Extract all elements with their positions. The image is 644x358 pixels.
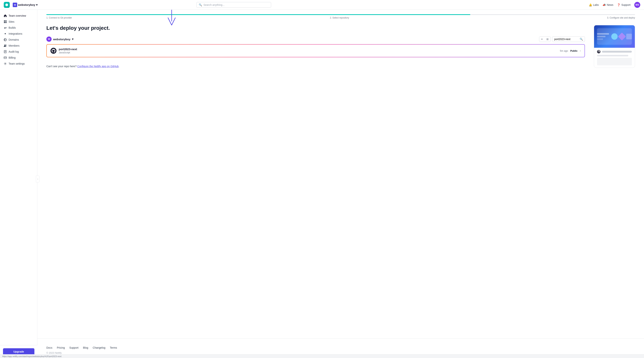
svg-rect-3 — [6, 22, 6, 23]
step-2-label: 2. Select repository — [330, 17, 349, 19]
footer-terms[interactable]: Terms — [110, 346, 117, 349]
sidebar-item-domains[interactable]: Domains — [0, 37, 37, 43]
billing-icon — [4, 56, 7, 59]
step-3-label: 3. Configure site and deploy — [607, 17, 635, 19]
svg-point-6 — [4, 45, 6, 46]
footer-changelog[interactable]: Changelog — [93, 346, 106, 349]
statusbar: https://app.netlify.com/start/repos/webs… — [0, 354, 644, 358]
cant-see-message: Can't see your repo here? Configure the … — [46, 65, 585, 68]
sidebar-item-team-overview[interactable]: Team overview — [0, 13, 37, 19]
footer-copyright: © 2023 Netlify — [46, 351, 635, 354]
audit-icon — [4, 50, 7, 53]
search-icon: 🔍 — [199, 3, 202, 6]
sidebar-item-members[interactable]: Members — [0, 43, 37, 49]
repo-search-input[interactable] — [554, 38, 578, 41]
svg-rect-1 — [6, 21, 6, 22]
news-button[interactable]: 📣 News — [602, 3, 613, 6]
grid-view-button[interactable]: ⊞ — [544, 37, 550, 42]
repo-search-icon: 🔍 — [580, 38, 583, 41]
search-bar[interactable]: 🔍 Search anything... — [196, 2, 271, 8]
sidebar-item-billing[interactable]: Billing — [0, 55, 37, 61]
sites-icon — [4, 20, 7, 23]
topnav: W webstoryboy ▾ 🔍 Search anything... 🔔 L… — [0, 0, 644, 10]
netlify-logo — [4, 2, 10, 8]
repo-details: port2023-next JavaScript — [59, 48, 77, 54]
svg-rect-2 — [4, 22, 5, 23]
svg-point-7 — [6, 45, 6, 46]
chevron-down-icon: ▾ — [36, 3, 38, 7]
deploy-heading: Let's deploy your project. — [46, 25, 585, 31]
news-icon: 📣 — [602, 3, 606, 6]
members-icon — [4, 44, 7, 47]
progress-area: 1. Connect to Git provider 2. Select rep… — [38, 10, 644, 19]
repo-header: W webstoryboy ▾ ≡ ⊞ — [46, 36, 585, 42]
sidebar-item-builds[interactable]: Builds — [0, 25, 37, 31]
sidebar-item-audit-log[interactable]: Audit log — [0, 49, 37, 55]
labs-button[interactable]: 🔔 Labs — [589, 3, 599, 6]
main-content: 1. Connect to Git provider 2. Select rep… — [38, 10, 644, 358]
owner-chevron-icon: ▾ — [72, 38, 74, 41]
team-selector[interactable]: W webstoryboy ▾ — [13, 3, 38, 7]
svg-rect-9 — [4, 57, 6, 59]
aside-panel — [594, 25, 635, 332]
list-view-button[interactable]: ≡ — [539, 37, 544, 42]
avatar[interactable]: WS — [634, 2, 640, 8]
svg-point-10 — [5, 63, 6, 64]
content-area: Let's deploy your project. W webstoryboy… — [38, 19, 644, 338]
repo-card[interactable]: port2023-next JavaScript 5m ago Public › — [46, 44, 585, 57]
logo[interactable] — [4, 2, 10, 8]
builds-icon — [4, 26, 7, 29]
progress-track — [46, 14, 635, 15]
footer-pricing[interactable]: Pricing — [57, 346, 65, 349]
page-layout: Team overview Sites Builds Integrations … — [0, 0, 644, 358]
aside-preview — [594, 25, 635, 48]
footer-support[interactable]: Support — [69, 346, 78, 349]
aside-bar-1 — [602, 51, 632, 53]
svg-point-12 — [50, 48, 56, 54]
step-1-label: 1. Connect to Git provider — [46, 17, 72, 19]
repo-owner-avatar: W — [46, 37, 52, 42]
repo-arrow-icon: › — [580, 49, 581, 52]
view-toggle: ≡ ⊞ — [539, 36, 551, 42]
sidebar: Team overview Sites Builds Integrations … — [0, 10, 38, 358]
footer-links: Docs Pricing Support Blog Changelog Term… — [46, 346, 635, 349]
labs-icon: 🔔 — [589, 3, 592, 6]
sidebar-item-integrations[interactable]: Integrations — [0, 31, 37, 37]
step-labels: 1. Connect to Git provider 2. Select rep… — [46, 17, 635, 19]
topnav-actions: 🔔 Labs 📣 News ❓ Support WS — [589, 2, 640, 8]
grid-icon: ⊞ — [546, 38, 549, 41]
aside-github-icon — [597, 50, 600, 53]
deploy-section: Let's deploy your project. W webstoryboy… — [46, 25, 585, 332]
settings-icon — [4, 62, 7, 65]
domains-icon — [4, 38, 7, 41]
footer-docs[interactable]: Docs — [46, 346, 52, 349]
repo-actions: ≡ ⊞ 🔍 — [539, 36, 585, 42]
sidebar-item-sites[interactable]: Sites — [0, 19, 37, 25]
team-icon: W — [13, 3, 17, 7]
sidebar-toggle[interactable]: ‹ — [36, 176, 40, 182]
progress-fill — [46, 14, 470, 15]
aside-content — [594, 48, 635, 68]
aside-row-1 — [597, 50, 632, 53]
support-icon: ❓ — [617, 3, 620, 6]
statusbar-url: https://app.netlify.com/start/repos/webs… — [2, 355, 62, 357]
aside-card — [594, 25, 635, 68]
repo-info: port2023-next JavaScript — [50, 48, 77, 54]
aside-spacer — [597, 58, 632, 65]
svg-rect-0 — [4, 21, 5, 22]
preview-graphic — [597, 28, 632, 45]
support-button[interactable]: ❓ Support — [617, 3, 630, 6]
home-icon — [4, 14, 7, 17]
svg-point-4 — [5, 33, 6, 34]
repo-search-container[interactable]: 🔍 — [552, 36, 585, 42]
list-icon: ≡ — [541, 38, 543, 41]
github-icon — [50, 48, 56, 54]
integrations-icon — [4, 32, 7, 35]
repo-meta: 5m ago Public › — [560, 49, 581, 52]
aside-bar-2 — [597, 55, 628, 56]
sidebar-item-team-settings[interactable]: Team settings — [0, 61, 37, 67]
footer-blog[interactable]: Blog — [83, 346, 88, 349]
configure-github-link[interactable]: Configure the Netlify app on GitHub — [77, 65, 118, 68]
upgrade-button[interactable]: Upgrade — [3, 348, 34, 355]
repo-owner-selector[interactable]: W webstoryboy ▾ — [46, 37, 74, 42]
